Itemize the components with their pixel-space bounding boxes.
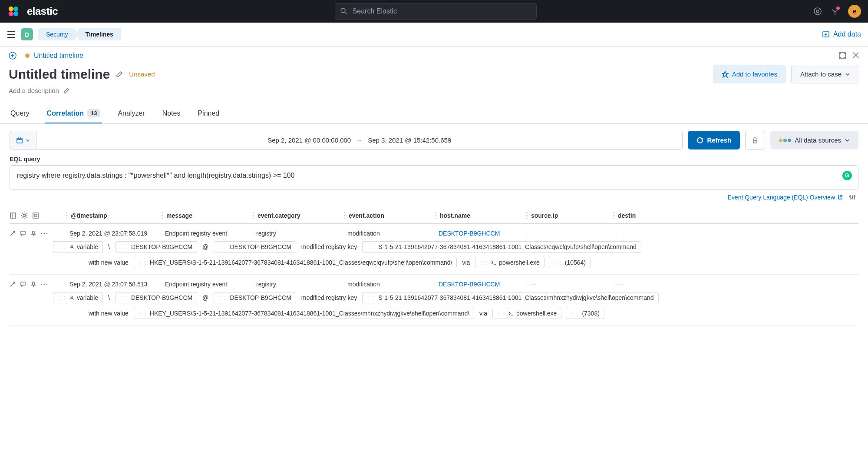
pid-chip[interactable]: ⋮⋮(10564) (549, 257, 591, 268)
col-source-ip[interactable]: source.ip (526, 212, 613, 219)
expand-row-icon[interactable] (10, 230, 16, 236)
col-destination-ip[interactable]: destin (613, 212, 858, 219)
eql-query-input[interactable]: registry where registry.data.strings : "… (10, 165, 858, 189)
tab-query[interactable]: Query (9, 104, 31, 123)
svg-point-30 (854, 196, 855, 197)
col-event-category[interactable]: event.category (253, 212, 344, 219)
cell-category: registry (253, 230, 344, 237)
cell-action: modification (344, 281, 435, 288)
user-icon (69, 244, 74, 249)
cell-source: — (526, 230, 613, 237)
table-row: Sep 2, 2021 @ 23:07:58.019 Endpoint regi… (10, 224, 858, 275)
cell-timestamp: Sep 2, 2021 @ 23:07:58.019 (66, 230, 162, 237)
terminal-icon (508, 311, 514, 316)
cell-host[interactable]: DESKTOP-B9GHCCM (435, 230, 526, 237)
regpath-chip[interactable]: ⋮⋮HKEY_USERS\S-1-5-21-1391642077-3678340… (134, 257, 457, 268)
svg-rect-36 (41, 233, 42, 234)
calendar-icon (16, 137, 23, 144)
date-picker-button[interactable] (10, 131, 36, 149)
breadcrumb-security[interactable]: Security (38, 28, 79, 40)
sources-dots-icon (779, 139, 791, 142)
host-chip-1[interactable]: ⋮⋮DESKTOP-B9GHCCM (115, 292, 197, 303)
timeline-tab-label: Untitled timeline (34, 52, 83, 60)
terminal-icon (491, 260, 496, 265)
refresh-icon (696, 137, 703, 144)
search-wrapper (335, 3, 537, 20)
fullscreen-table-icon[interactable] (32, 212, 39, 219)
row-detail-line1: ⋮⋮variable \ ⋮⋮DESKTOP-B9GHCCM @ ⋮⋮DESKT… (10, 237, 858, 252)
edit-description-icon[interactable] (63, 88, 69, 94)
query-section: Sep 2, 2021 @ 00:00:00.000 → Sep 3, 2021… (0, 124, 868, 208)
refresh-button[interactable]: Refresh (688, 131, 740, 149)
menu-toggle-icon[interactable] (7, 30, 16, 38)
regpath-chip[interactable]: ⋮⋮HKEY_USERS\S-1-5-21-1391642077-3678340… (134, 308, 474, 319)
variable-chip[interactable]: ⋮⋮variable (53, 292, 103, 303)
host-chip-2[interactable]: ⋮⋮DESKTOP-B9GHCCM (214, 292, 296, 303)
sidebar-toggle-icon[interactable] (10, 212, 17, 219)
process-chip[interactable]: ⋮⋮powershell.exe (475, 257, 544, 268)
expand-row-icon[interactable] (10, 281, 16, 287)
breadcrumbs: Security Timelines (38, 28, 121, 40)
table-row: Sep 2, 2021 @ 23:07:58.513 Endpoint regi… (10, 275, 858, 326)
col-timestamp[interactable]: @timestamp (66, 212, 162, 219)
add-data-link[interactable]: Add data (822, 30, 861, 38)
col-host-name[interactable]: host.name (435, 212, 526, 219)
data-sources-button[interactable]: All data sources (770, 131, 858, 149)
add-to-favorites-button[interactable]: Add to favorites (713, 65, 786, 83)
tab-analyzer[interactable]: Analyzer (116, 104, 146, 123)
svg-point-43 (71, 296, 73, 298)
svg-point-1 (13, 7, 18, 11)
fields-settings-icon[interactable] (21, 212, 28, 219)
cell-timestamp: Sep 2, 2021 @ 23:07:58.513 (66, 281, 162, 288)
user-avatar[interactable]: e (848, 5, 861, 18)
svg-rect-37 (44, 233, 45, 234)
timeline-tab[interactable]: Untitled timeline (25, 52, 83, 60)
fullscreen-icon[interactable] (838, 52, 846, 60)
new-timeline-icon[interactable] (9, 52, 17, 60)
process-chip[interactable]: ⋮⋮powershell.exe (492, 308, 561, 319)
pin-icon[interactable] (30, 281, 36, 287)
regkey-chip[interactable]: ⋮⋮S-1-5-21-1391642077-367834081-41634188… (362, 292, 658, 303)
svg-point-39 (71, 245, 73, 247)
breadcrumb-timelines[interactable]: Timelines (75, 28, 121, 40)
comment-icon[interactable] (20, 281, 26, 287)
variable-chip[interactable]: ⋮⋮variable (53, 241, 103, 252)
top-header: elastic e (0, 0, 868, 23)
eql-overview-link[interactable]: Event Query Language (EQL) Overview (728, 194, 843, 201)
date-range-display[interactable]: Sep 2, 2021 @ 00:00:00.000 → Sep 3, 2021… (36, 131, 683, 149)
search-input[interactable] (335, 3, 537, 20)
header-actions: e (813, 5, 861, 18)
svg-rect-38 (46, 233, 47, 234)
more-actions-icon[interactable] (41, 283, 48, 285)
help-icon[interactable] (813, 7, 822, 16)
elastic-logo-icon (7, 5, 20, 18)
chevron-down-icon (845, 138, 850, 143)
star-icon (722, 71, 729, 78)
tab-notes[interactable]: Notes (161, 104, 182, 123)
col-event-action[interactable]: event.action (344, 212, 435, 219)
svg-point-28 (850, 196, 851, 197)
edit-title-icon[interactable] (116, 71, 123, 78)
host-chip-2[interactable]: ⋮⋮DESKTOP-B9GHCCM (214, 241, 296, 252)
close-icon[interactable] (852, 52, 859, 60)
regkey-chip[interactable]: ⋮⋮S-1-5-21-1391642077-367834081-41634188… (362, 241, 641, 252)
tab-pinned[interactable]: Pinned (196, 104, 221, 123)
cell-dest: — (613, 281, 858, 288)
tab-correlation[interactable]: Correlation 13 (45, 104, 102, 123)
svg-rect-31 (10, 213, 16, 218)
sub-header: D Security Timelines Add data (0, 23, 868, 47)
space-badge[interactable]: D (21, 28, 33, 40)
attach-to-case-button[interactable]: Attach to case (791, 65, 859, 83)
query-settings-icon[interactable] (849, 194, 856, 201)
cell-host[interactable]: DESKTOP-B9GHCCM (435, 281, 526, 288)
col-message[interactable]: message (162, 212, 253, 219)
lock-toggle[interactable] (745, 131, 765, 149)
comment-icon[interactable] (20, 230, 26, 236)
host-chip-1[interactable]: ⋮⋮DESKTOP-B9GHCCM (115, 241, 197, 252)
more-actions-icon[interactable] (41, 233, 48, 234)
description-placeholder[interactable]: Add a description (9, 87, 59, 94)
pid-chip[interactable]: ⋮⋮(7308) (566, 308, 604, 319)
date-to: Sep 3, 2021 @ 15:42:50.659 (368, 136, 451, 144)
pin-icon[interactable] (30, 230, 36, 236)
newsfeed-icon[interactable] (831, 7, 839, 16)
